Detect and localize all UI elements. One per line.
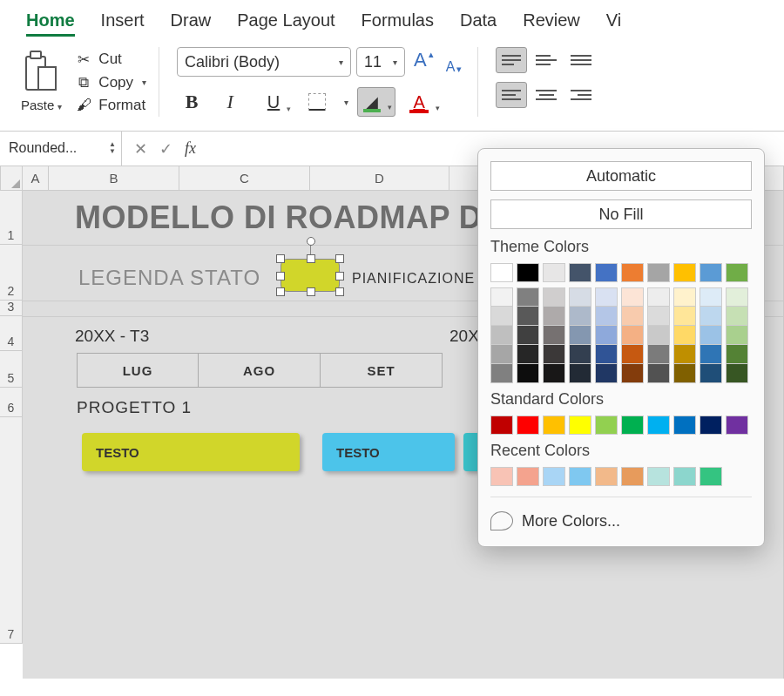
color-swatch[interactable] (517, 345, 539, 364)
color-swatch[interactable] (543, 326, 565, 345)
tab-insert[interactable]: Insert (101, 10, 145, 37)
font-size-combo[interactable]: 11▾ (356, 47, 405, 77)
color-swatch[interactable] (543, 345, 565, 364)
chevron-down-icon[interactable]: ▾ (344, 98, 348, 107)
align-left-button[interactable] (496, 82, 527, 108)
color-swatch[interactable] (490, 364, 513, 383)
color-swatch[interactable] (647, 263, 670, 282)
color-swatch[interactable] (490, 467, 513, 486)
no-fill-button[interactable]: No Fill (490, 199, 752, 229)
col-A[interactable]: A (23, 166, 49, 191)
row-7[interactable]: 7 (0, 417, 23, 644)
color-swatch[interactable] (543, 287, 565, 307)
color-swatch[interactable] (700, 287, 722, 307)
resize-handle[interactable] (335, 272, 344, 280)
color-swatch[interactable] (673, 263, 696, 282)
cut-button[interactable]: ✂︎Cut (74, 51, 146, 69)
color-swatch[interactable] (543, 307, 565, 326)
color-swatch[interactable] (647, 364, 670, 383)
tab-review[interactable]: Review (523, 10, 580, 37)
align-bottom-button[interactable] (565, 47, 597, 73)
resize-handle[interactable] (307, 287, 315, 296)
color-swatch[interactable] (621, 364, 644, 383)
color-swatch[interactable] (726, 307, 748, 326)
resize-handle[interactable] (335, 254, 344, 263)
resize-handle[interactable] (307, 254, 315, 263)
color-swatch[interactable] (621, 326, 644, 345)
col-C[interactable]: C (179, 166, 310, 191)
color-swatch[interactable] (673, 287, 696, 307)
color-swatch[interactable] (517, 364, 539, 383)
color-swatch[interactable] (543, 416, 565, 435)
rotate-handle-icon[interactable] (307, 237, 315, 246)
tab-home[interactable]: Home (26, 10, 75, 37)
color-swatch[interactable] (621, 287, 644, 307)
color-swatch[interactable] (490, 287, 513, 307)
color-swatch[interactable] (490, 263, 513, 282)
color-swatch[interactable] (490, 416, 513, 435)
color-swatch[interactable] (647, 326, 670, 345)
color-swatch[interactable] (595, 307, 618, 326)
color-swatch[interactable] (673, 416, 696, 435)
name-box[interactable]: Rounded... ▲▼ (0, 132, 122, 166)
tab-page-layout[interactable]: Page Layout (237, 10, 335, 37)
align-center-button[interactable] (531, 82, 562, 108)
cancel-formula-icon[interactable]: ✕ (134, 139, 147, 159)
color-swatch[interactable] (490, 345, 513, 364)
bold-button[interactable]: B (177, 87, 206, 117)
tab-draw[interactable]: Draw (171, 10, 212, 37)
color-swatch[interactable] (700, 467, 722, 486)
decrease-font-button[interactable]: A▾ (443, 47, 466, 77)
color-swatch[interactable] (647, 307, 670, 326)
color-swatch[interactable] (517, 416, 539, 435)
font-name-combo[interactable]: Calibri (Body)▾ (177, 47, 351, 77)
align-middle-button[interactable] (531, 47, 562, 73)
resize-handle[interactable] (276, 272, 285, 280)
color-swatch[interactable] (700, 416, 722, 435)
color-swatch[interactable] (700, 263, 722, 282)
color-swatch[interactable] (726, 263, 748, 282)
row-3[interactable]: 3 (0, 301, 23, 316)
color-swatch[interactable] (569, 287, 591, 307)
format-painter-button[interactable]: 🖌︎Format (74, 97, 146, 114)
task-bar-yellow[interactable]: TESTO (82, 433, 300, 471)
color-swatch[interactable] (543, 364, 565, 383)
color-swatch[interactable] (595, 287, 618, 307)
resize-handle[interactable] (335, 287, 344, 296)
color-swatch[interactable] (621, 263, 644, 282)
align-top-button[interactable] (496, 47, 527, 73)
color-swatch[interactable] (647, 467, 670, 486)
color-swatch[interactable] (569, 263, 591, 282)
color-swatch[interactable] (517, 263, 539, 282)
automatic-color-button[interactable]: Automatic (490, 161, 752, 191)
color-swatch[interactable] (490, 326, 513, 345)
tab-view[interactable]: Vi (606, 10, 621, 37)
col-B[interactable]: B (49, 166, 179, 191)
color-swatch[interactable] (726, 364, 748, 383)
fill-color-button[interactable]: ◢ ▾ (357, 87, 395, 117)
color-swatch[interactable] (595, 326, 618, 345)
color-swatch[interactable] (700, 307, 722, 326)
row-1[interactable]: 1 (0, 191, 23, 245)
color-swatch[interactable] (517, 326, 539, 345)
color-swatch[interactable] (673, 326, 696, 345)
resize-handle[interactable] (276, 287, 285, 296)
more-colors-button[interactable]: More Colors... (490, 508, 752, 534)
color-swatch[interactable] (647, 416, 670, 435)
color-swatch[interactable] (595, 364, 618, 383)
confirm-formula-icon[interactable]: ✓ (159, 139, 172, 159)
row-2[interactable]: 2 (0, 245, 23, 301)
paste-button[interactable]: Paste▾ (21, 51, 62, 112)
row-6[interactable]: 6 (0, 388, 23, 417)
color-swatch[interactable] (621, 467, 644, 486)
color-swatch[interactable] (621, 307, 644, 326)
color-swatch[interactable] (595, 416, 618, 435)
tab-formulas[interactable]: Formulas (362, 10, 434, 37)
color-swatch[interactable] (673, 345, 696, 364)
selected-shape[interactable] (280, 259, 340, 292)
select-all-corner[interactable] (0, 166, 23, 191)
color-swatch[interactable] (621, 416, 644, 435)
color-swatch[interactable] (517, 307, 539, 326)
underline-button[interactable]: U (253, 87, 294, 117)
color-swatch[interactable] (595, 345, 618, 364)
